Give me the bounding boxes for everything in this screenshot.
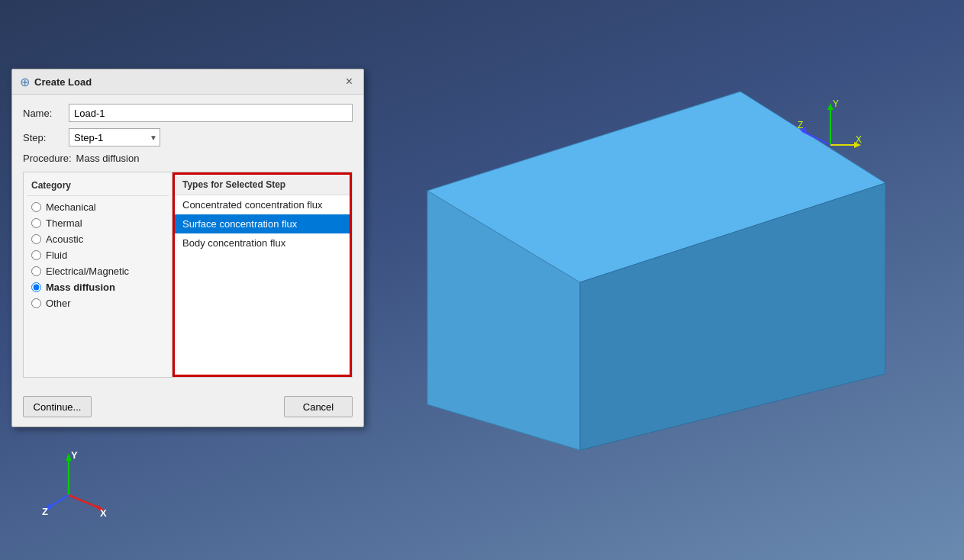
- category-acoustic[interactable]: Acoustic: [27, 231, 169, 247]
- category-thermal[interactable]: Thermal: [27, 215, 169, 231]
- name-row: Name:: [23, 104, 353, 122]
- category-mechanical[interactable]: Mechanical: [27, 199, 169, 215]
- dialog-icon: ⊕: [20, 75, 30, 89]
- step-row: Step: Step-1 ▼: [23, 128, 353, 146]
- main-content: Category Mechanical Thermal Acoustic Flu…: [23, 172, 353, 378]
- category-fluid[interactable]: Fluid: [27, 247, 169, 263]
- axis-top-right: Y Z X: [796, 99, 865, 160]
- svg-text:Z: Z: [798, 120, 803, 130]
- category-electrical-magnetic[interactable]: Electrical/Magnetic: [27, 263, 169, 279]
- type-body[interactable]: Body concentration flux: [175, 233, 350, 253]
- svg-text:X: X: [856, 134, 862, 145]
- types-empty-space: [175, 253, 350, 375]
- dialog-title: Create Load: [34, 76, 92, 88]
- procedure-row: Procedure: Mass diffusion: [23, 153, 353, 164]
- svg-text:Y: Y: [833, 99, 839, 109]
- procedure-label: Procedure:: [23, 153, 72, 164]
- category-other[interactable]: Other: [27, 295, 169, 311]
- category-mechanical-label: Mechanical: [46, 201, 96, 213]
- svg-text:X: X: [100, 507, 107, 518]
- step-label: Step:: [23, 132, 69, 143]
- procedure-value: Mass diffusion: [76, 153, 140, 164]
- category-mass-diffusion-radio[interactable]: [31, 282, 41, 292]
- types-header: Types for Selected Step: [175, 175, 350, 195]
- types-panel: Types for Selected Step Concentrated con…: [172, 172, 352, 377]
- continue-button[interactable]: Continue...: [23, 396, 92, 417]
- category-thermal-radio[interactable]: [31, 218, 41, 228]
- type-surface[interactable]: Surface concentration flux: [175, 214, 350, 233]
- svg-line-18: [69, 495, 102, 509]
- svg-text:Z: Z: [42, 506, 48, 517]
- svg-text:Y: Y: [71, 449, 78, 461]
- category-mass-diffusion-label: Mass diffusion: [46, 282, 115, 293]
- category-mechanical-radio[interactable]: [31, 202, 41, 212]
- category-acoustic-label: Acoustic: [46, 233, 83, 245]
- name-input[interactable]: [69, 104, 353, 122]
- category-title: Category: [27, 179, 169, 196]
- category-em-radio[interactable]: [31, 266, 41, 276]
- axis-bottom-left: Y Z X: [42, 449, 111, 518]
- category-panel: Category Mechanical Thermal Acoustic Flu…: [24, 172, 172, 377]
- category-other-radio[interactable]: [31, 298, 41, 308]
- category-thermal-label: Thermal: [46, 217, 82, 229]
- category-fluid-label: Fluid: [46, 249, 67, 261]
- dialog-body: Name: Step: Step-1 ▼ Procedure: Mass dif…: [12, 95, 363, 388]
- svg-line-6: [802, 131, 830, 145]
- step-select[interactable]: Step-1: [69, 128, 160, 146]
- cancel-button[interactable]: Cancel: [284, 396, 353, 417]
- category-fluid-radio[interactable]: [31, 250, 41, 260]
- category-acoustic-radio[interactable]: [31, 234, 41, 244]
- step-select-wrapper: Step-1 ▼: [69, 128, 160, 146]
- category-other-label: Other: [46, 298, 71, 309]
- create-load-dialog: ⊕ Create Load × Name: Step: Step-1 ▼ Pro…: [11, 69, 364, 427]
- dialog-titlebar: ⊕ Create Load ×: [12, 69, 363, 95]
- type-concentrated[interactable]: Concentrated concentration flux: [175, 195, 350, 214]
- category-mass-diffusion[interactable]: Mass diffusion: [27, 279, 169, 295]
- dialog-close-button[interactable]: ×: [343, 74, 356, 89]
- name-label: Name:: [23, 108, 69, 119]
- dialog-footer: Continue... Cancel: [12, 388, 363, 426]
- dialog-title-left: ⊕ Create Load: [20, 75, 92, 89]
- category-em-label: Electrical/Magnetic: [46, 266, 129, 277]
